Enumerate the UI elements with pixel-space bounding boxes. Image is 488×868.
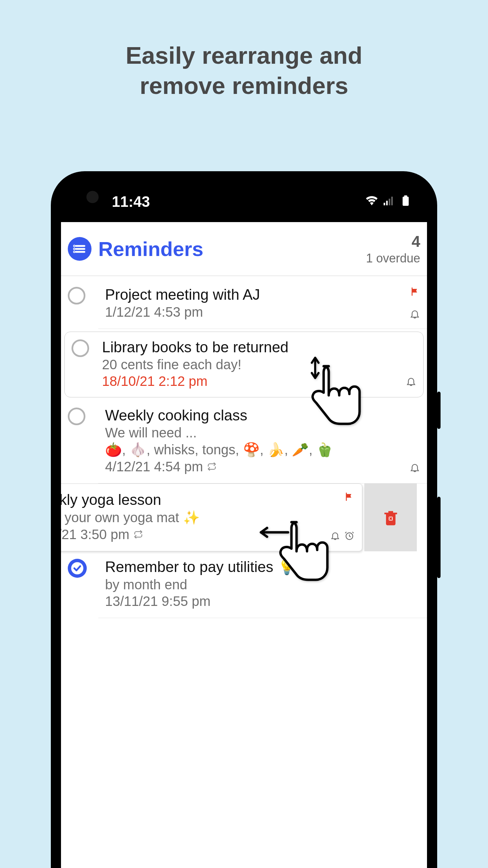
reminder-title: Remember to pay utilities 💡 <box>105 558 420 576</box>
reminder-title: Library books to be returned <box>102 339 416 356</box>
reminder-title: Weekly cooking class <box>105 407 420 424</box>
overdue-count: 1 overdue <box>366 251 420 265</box>
phone-camera <box>86 191 99 203</box>
phone-frame: 11:43 Reminders <box>51 171 437 868</box>
signal-icon <box>383 193 395 210</box>
reminder-count: 4 <box>366 232 420 251</box>
reminder-item[interactable]: Project meeting with AJ 1/12/21 4:53 pm <box>98 279 427 329</box>
reminder-title: eekly yoga lesson <box>61 491 355 508</box>
reminder-subtitle: by month end <box>105 577 420 592</box>
phone-screen-wrapper: 11:43 Reminders <box>61 181 427 868</box>
reminder-item-swiping[interactable]: eekly yoga lesson ing your own yoga mat … <box>61 484 417 551</box>
svg-point-9 <box>74 245 75 246</box>
checkbox[interactable] <box>68 408 85 425</box>
svg-point-10 <box>74 249 75 249</box>
reminder-ingredients: 🍅, 🧄, whisks, tongs, 🍄, 🍌, 🥕, 🫑 <box>105 442 420 458</box>
status-bar: 11:43 <box>61 181 427 222</box>
svg-rect-2 <box>389 199 390 205</box>
svg-point-11 <box>74 252 75 252</box>
reminder-subtitle: ing your own yoga mat ✨ <box>61 510 355 526</box>
checkbox-checked[interactable] <box>68 559 87 578</box>
bell-icon <box>330 531 340 542</box>
app-screen: Reminders 4 1 overdue Project meeting wi… <box>61 222 427 868</box>
alarm-icon <box>344 531 354 542</box>
reminder-subtitle: We will need ... <box>105 425 420 440</box>
phone-side-button <box>437 497 441 578</box>
svg-rect-5 <box>404 195 407 197</box>
list-icon <box>68 237 92 261</box>
bell-icon <box>409 462 420 474</box>
promo-line1: Easily rearrange and <box>0 41 488 71</box>
app-title: Reminders <box>98 237 203 261</box>
reminder-item-dragging[interactable]: Library books to be returned 20 cents fi… <box>64 332 424 397</box>
svg-rect-1 <box>386 201 388 205</box>
reminder-item[interactable]: Weekly cooking class We will need ... 🍅,… <box>98 400 427 484</box>
reminder-date: 13/11/21 9:55 pm <box>105 594 420 609</box>
repeat-icon <box>134 527 143 542</box>
delete-button[interactable] <box>364 484 417 551</box>
reminder-list[interactable]: Project meeting with AJ 1/12/21 4:53 pm <box>61 276 427 622</box>
checkbox[interactable] <box>68 287 85 304</box>
repeat-icon <box>207 459 217 474</box>
reminder-date: 12/21 3:50 pm <box>61 527 355 542</box>
promo-line2: remove reminders <box>0 71 488 101</box>
reminder-date: 4/12/21 4:54 pm <box>105 459 420 474</box>
bell-icon <box>409 309 420 321</box>
reminder-subtitle: 20 cents fine each day! <box>102 357 416 372</box>
reminder-date: 1/12/21 4:53 pm <box>105 304 420 320</box>
reminder-item-completed[interactable]: Remember to pay utilities 💡 by month end… <box>98 551 427 618</box>
wifi-icon <box>366 193 378 210</box>
status-time: 11:43 <box>112 193 150 210</box>
svg-rect-3 <box>391 197 393 205</box>
flag-icon <box>344 497 354 503</box>
reminder-title: Project meeting with AJ <box>105 286 420 303</box>
status-icons <box>366 193 412 210</box>
phone-side-button <box>437 392 441 429</box>
reminder-date: 18/10/21 2:12 pm <box>102 374 416 389</box>
promo-heading: Easily rearrange and remove reminders <box>0 0 488 101</box>
battery-icon <box>400 193 412 210</box>
svg-rect-4 <box>403 197 409 206</box>
svg-rect-0 <box>384 203 385 205</box>
checkbox[interactable] <box>72 339 89 357</box>
app-header: Reminders 4 1 overdue <box>61 222 427 276</box>
flag-icon <box>409 286 420 298</box>
bell-icon <box>406 376 416 388</box>
